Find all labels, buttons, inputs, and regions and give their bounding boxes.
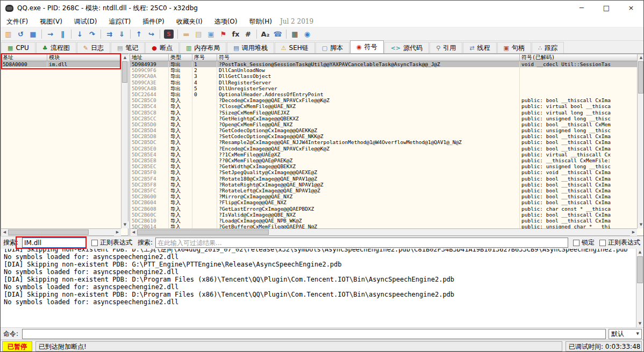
command-input[interactable]: [22, 329, 606, 339]
tab-symbols[interactable]: ◉符号: [350, 40, 384, 53]
symbols-vertical-scrollbar[interactable]: ▲ ▼: [637, 54, 644, 228]
step-out-icon[interactable]: ↑: [133, 28, 145, 40]
execute-till-return-icon[interactable]: ⇓: [116, 28, 128, 40]
tab-log[interactable]: ✎日志: [77, 42, 110, 53]
symbol-row[interactable]: 5DC2B5C4导入?Close@CxMemFile@@UAE_NXZpubli…: [130, 103, 644, 109]
tab-graph[interactable]: ♣流程图: [36, 42, 76, 53]
symbols-col-address[interactable]: 地址: [130, 54, 169, 61]
scroll-right-icon[interactable]: ▶: [114, 229, 121, 236]
symbol-row[interactable]: 5DC2B5E8导入??0CxMemFile@@QAE@PAEK@Zpublic…: [130, 157, 644, 163]
symbol-row[interactable]: 5DC2B608导入?GetLastError@CxImage@@QAEPBDX…: [130, 206, 644, 212]
symbols-col-symbol[interactable]: 符号: [217, 54, 520, 61]
module-search-input[interactable]: [22, 238, 87, 248]
step-into-icon[interactable]: ↓: [74, 28, 86, 40]
tab-seh[interactable]: ⚠SEH链: [275, 42, 315, 53]
symbol-row[interactable]: 5DC2B5E4导入??1CxMemFile@@UAE@XZpublic: vi…: [130, 152, 644, 157]
symbol-row[interactable]: 5DC2B604导入?Flip@CxImage@@QAE_NXZpublic: …: [130, 199, 644, 205]
run-to-user-code-icon[interactable]: ↪: [145, 28, 158, 40]
stop-icon[interactable]: ■: [27, 28, 39, 40]
symbol-row[interactable]: 5DC2B5D4导入?GetCodecOption@CxImage@@QAEKK…: [130, 127, 644, 133]
menu-item-1[interactable]: 视图(V): [34, 18, 68, 25]
filter-input[interactable]: [155, 238, 568, 248]
symbol-row[interactable]: 5D99C9F6导出2DllCanUnloadNow: [130, 67, 644, 73]
module-row[interactable]: 5D8A0000im.dll: [1, 61, 128, 67]
types-icon[interactable]: #: [242, 28, 254, 40]
scroll-down-icon[interactable]: ▼: [638, 221, 644, 228]
symbol-row[interactable]: 5DC22644导出0OptionalHeader.AddressOfEntry…: [130, 91, 644, 97]
lock-checkbox[interactable]: 锁定: [573, 238, 595, 247]
symbol-row[interactable]: 5DC2B5EC导入?GetWidth@CxImage@@QBEKXZpubli…: [130, 163, 644, 169]
menu-item-3[interactable]: 追踪(T): [103, 18, 137, 25]
menu-item-6[interactable]: 选项(O): [209, 18, 244, 25]
symbol-row[interactable]: 5DC2B5CC导入?GetHeight@CxImage@@QBEKXZpubl…: [130, 116, 644, 121]
symbol-row[interactable]: 5DC2B610导入?Load@CxImage@@QAE_NPB_WK@Zpub…: [130, 218, 644, 224]
comments-icon[interactable]: ▤: [192, 28, 205, 40]
animate-into-icon[interactable]: ⇉: [103, 28, 116, 40]
symbol-row[interactable]: 5DC2B5F4导入?Rotate180@CxImage@@QAE_NPAV1@…: [130, 176, 644, 182]
symbol-row[interactable]: 5D99CA3E导出4DllRegisterServer: [130, 80, 644, 85]
log-vertical-scrollbar[interactable]: ▲ ▼: [636, 249, 643, 327]
symbol-row[interactable]: 5DC2B5E0导入?Encode@CxImage@@QAE_NPAVCxFil…: [130, 146, 644, 152]
functions-icon[interactable]: fx: [230, 28, 242, 40]
menu-item-0[interactable]: 文件(F): [1, 18, 34, 25]
close-button[interactable]: ×: [619, 1, 643, 16]
attach-icon[interactable]: ☎: [271, 28, 284, 40]
symbol-row[interactable]: 5D984939导出1?PostTask_Session@SessionTask…: [130, 61, 644, 67]
symbol-row[interactable]: 5DC2B5D8导入?SetCodecOption@CxImage@@QAE_N…: [130, 133, 644, 139]
menu-item-2[interactable]: 调试(D): [68, 18, 103, 25]
scroll-down-icon[interactable]: ▼: [121, 221, 128, 228]
modules-horizontal-scrollbar[interactable]: ◀ ▶: [1, 228, 121, 235]
menu-item-7[interactable]: 帮助(H): [243, 18, 277, 25]
scroll-up-icon[interactable]: ▲: [638, 54, 644, 61]
symbol-row[interactable]: 5D99CA0A导出3DllGetClassObject: [130, 73, 644, 79]
symbol-row[interactable]: 5D99CA4B导出5DllUnregisterServer: [130, 85, 644, 91]
modules-col-base[interactable]: 基址: [1, 54, 47, 61]
tab-script[interactable]: ▢脚本: [316, 42, 349, 53]
symbols-col-decoded[interactable]: 符号(已解码): [520, 54, 638, 61]
symbol-row[interactable]: 5DC2B600导入?Mirror@CxImage@@QAE_NXZpublic…: [130, 193, 644, 199]
tab-references[interactable]: ⚲引用: [430, 42, 462, 53]
tab-cpu[interactable]: ▦CPU: [1, 42, 35, 53]
scroll-left-icon[interactable]: ◀: [1, 229, 8, 236]
scroll-up-icon[interactable]: ▲: [636, 249, 643, 256]
symbol-row[interactable]: 5DC2B5DC导入?Resample2@CxImage@@QAE_NJJW4I…: [130, 139, 644, 145]
regex-checkbox-1[interactable]: 正则表达式: [91, 238, 132, 247]
menu-item-4[interactable]: 插件(P): [137, 18, 170, 25]
tab-memory-map[interactable]: ▥内存布局: [180, 42, 226, 53]
scroll-up-icon[interactable]: ▲: [121, 54, 128, 61]
step-over-icon[interactable]: ↷: [86, 28, 98, 40]
symbol-row[interactable]: 5DC2B5C8导入?Size@CxMemFile@@UAEJXZpublic:…: [130, 110, 644, 116]
labels-icon[interactable]: ▣: [205, 28, 217, 40]
command-profile-dropdown[interactable]: 默认 ▼: [609, 329, 642, 339]
pause-icon[interactable]: ∥: [56, 28, 69, 40]
strings-icon[interactable]: A₂: [259, 28, 271, 40]
scroll-left-icon[interactable]: ◀: [130, 229, 137, 236]
restart-icon[interactable]: ↺: [15, 28, 27, 40]
modules-col-module[interactable]: 模块: [47, 54, 122, 61]
symbols-col-ordinal[interactable]: 序号: [192, 54, 217, 61]
tab-threads[interactable]: ⇄线程: [463, 42, 496, 53]
tab-breakpoints[interactable]: ●断点: [145, 42, 179, 53]
tab-trace[interactable]: ∴跟踪: [532, 42, 564, 53]
checkbox-icon[interactable]: [599, 240, 606, 246]
checkbox-icon[interactable]: [91, 240, 98, 246]
symbols-col-type[interactable]: 类型: [169, 54, 192, 61]
symbol-row[interactable]: 5DC2B5F8导入?RotateRight@CxImage@@QAE_NPAV…: [130, 182, 644, 188]
calculator-icon[interactable]: ▦: [289, 28, 301, 40]
checkbox-icon[interactable]: [573, 240, 579, 246]
modules-vertical-scrollbar[interactable]: ▲ ▼: [121, 54, 128, 228]
patches-icon[interactable]: ▬: [180, 28, 192, 40]
scylla-icon[interactable]: S: [164, 30, 174, 39]
website-icon[interactable]: ◉: [301, 28, 313, 40]
menu-item-5[interactable]: 收藏夹(I): [170, 18, 209, 25]
symbol-row[interactable]: 5DC2B60C导入?IsValid@CxImage@@QBE_NXZpubli…: [130, 212, 644, 218]
tab-handles[interactable]: ▣句柄: [497, 42, 531, 53]
symbols-horizontal-scrollbar[interactable]: ◀ ▶: [130, 228, 637, 235]
tab-notes[interactable]: ▤笔记: [111, 42, 145, 53]
symbol-row[interactable]: 5DC2B5F0导入?SetJpegQuality@CxImage@@QAEXE…: [130, 169, 644, 175]
open-file-icon[interactable]: ▥: [2, 28, 15, 40]
maximize-button[interactable]: □: [594, 1, 619, 16]
tab-call-stack[interactable]: ▤调用堆栈: [227, 42, 274, 53]
symbol-row[interactable]: 5DC2B5C0导入?Decode@CxImage@@QAE_NPAVCxFil…: [130, 97, 644, 103]
tab-source[interactable]: <>源代码: [384, 42, 429, 53]
